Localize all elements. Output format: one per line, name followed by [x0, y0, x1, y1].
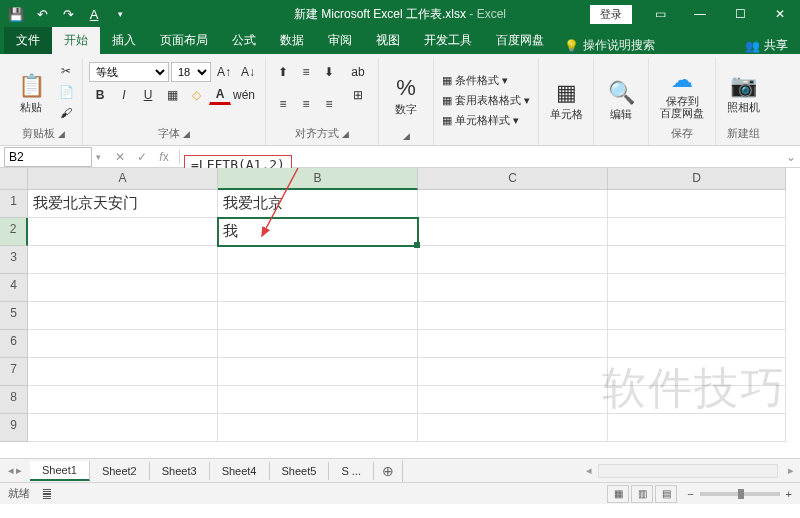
cell-C7[interactable] [418, 358, 608, 386]
tab-view[interactable]: 视图 [364, 27, 412, 54]
row-header[interactable]: 7 [0, 358, 28, 386]
cell-C8[interactable] [418, 386, 608, 414]
cell-B3[interactable] [218, 246, 418, 274]
cell-B5[interactable] [218, 302, 418, 330]
qat-dropdown-icon[interactable]: ▾ [110, 4, 130, 24]
tab-data[interactable]: 数据 [268, 27, 316, 54]
close-button[interactable]: ✕ [760, 0, 800, 28]
cell-D4[interactable] [608, 274, 786, 302]
cell-B2[interactable]: 我 [218, 218, 418, 246]
cell-C1[interactable] [418, 190, 608, 218]
decrease-font-icon[interactable]: A↓ [237, 62, 259, 82]
expand-formula-bar-icon[interactable]: ⌄ [782, 150, 800, 164]
dialog-launcher-icon[interactable]: ◢ [403, 131, 410, 141]
horizontal-scrollbar[interactable] [598, 464, 778, 478]
editing-button[interactable]: 🔍编辑 [600, 62, 642, 139]
tab-layout[interactable]: 页面布局 [148, 27, 220, 54]
tab-baidu[interactable]: 百度网盘 [484, 27, 556, 54]
zoom-in-icon[interactable]: + [786, 488, 792, 500]
cell-D3[interactable] [608, 246, 786, 274]
baidu-save-button[interactable]: ☁保存到百度网盘 [655, 62, 709, 124]
italic-button[interactable]: I [113, 85, 135, 105]
wrap-text-icon[interactable]: ab [344, 62, 372, 82]
maximize-button[interactable]: ☐ [720, 0, 760, 28]
cells-button[interactable]: ▦单元格 [545, 62, 587, 139]
cell-B8[interactable] [218, 386, 418, 414]
cell-C2[interactable] [418, 218, 608, 246]
align-left-icon[interactable]: ≡ [272, 94, 294, 114]
tab-review[interactable]: 审阅 [316, 27, 364, 54]
increase-font-icon[interactable]: A↑ [213, 62, 235, 82]
font-color-icon[interactable]: A [209, 85, 231, 105]
align-center-icon[interactable]: ≡ [295, 94, 317, 114]
conditional-format-button[interactable]: ▦条件格式 ▾ [440, 72, 532, 89]
cell-A9[interactable] [28, 414, 218, 442]
cancel-formula-icon[interactable]: ✕ [109, 150, 131, 164]
cell-C5[interactable] [418, 302, 608, 330]
redo-icon[interactable]: ↷ [58, 4, 78, 24]
align-top-icon[interactable]: ⬆ [272, 62, 294, 82]
format-table-button[interactable]: ▦套用表格格式 ▾ [440, 92, 532, 109]
sheet-tab[interactable]: Sheet1 [30, 461, 90, 481]
save-icon[interactable]: 💾 [6, 4, 26, 24]
row-header[interactable]: 6 [0, 330, 28, 358]
font-color-icon[interactable]: A [84, 4, 104, 24]
row-header[interactable]: 1 [0, 190, 28, 218]
row-header[interactable]: 4 [0, 274, 28, 302]
cell-C6[interactable] [418, 330, 608, 358]
cell-B9[interactable] [218, 414, 418, 442]
row-header[interactable]: 8 [0, 386, 28, 414]
cell-A7[interactable] [28, 358, 218, 386]
cell-D1[interactable] [608, 190, 786, 218]
formula-input[interactable]: =LEFTB(A1,2) [180, 155, 782, 159]
column-header[interactable]: D [608, 168, 786, 190]
view-page-break-icon[interactable]: ▤ [655, 485, 677, 503]
cell-A1[interactable]: 我爱北京天安门 [28, 190, 218, 218]
tab-home[interactable]: 开始 [52, 27, 100, 54]
font-size-select[interactable]: 18 [171, 62, 211, 82]
bold-button[interactable]: B [89, 85, 111, 105]
ribbon-options-icon[interactable]: ▭ [640, 0, 680, 28]
sheet-tab[interactable]: Sheet2 [90, 462, 150, 480]
merge-icon[interactable]: ⊞ [344, 85, 372, 105]
align-right-icon[interactable]: ≡ [318, 94, 340, 114]
new-sheet-button[interactable]: ⊕ [374, 460, 403, 482]
dialog-launcher-icon[interactable]: ◢ [342, 129, 349, 139]
copy-icon[interactable]: 📄 [56, 83, 76, 101]
cell-C4[interactable] [418, 274, 608, 302]
cell-C3[interactable] [418, 246, 608, 274]
sheet-nav-prev-icon[interactable]: ◂ [8, 464, 14, 477]
cell-D2[interactable] [608, 218, 786, 246]
cell-B6[interactable] [218, 330, 418, 358]
number-format-button[interactable]: %数字 [385, 62, 427, 129]
fx-icon[interactable]: fx [153, 150, 175, 164]
select-all-corner[interactable] [0, 168, 28, 190]
dialog-launcher-icon[interactable]: ◢ [58, 129, 65, 139]
sheet-tab[interactable]: Sheet3 [150, 462, 210, 480]
cell-A3[interactable] [28, 246, 218, 274]
dialog-launcher-icon[interactable]: ◢ [183, 129, 190, 139]
sheet-tab[interactable]: Sheet4 [210, 462, 270, 480]
zoom-slider[interactable] [700, 492, 780, 496]
cell-D6[interactable] [608, 330, 786, 358]
cell-D5[interactable] [608, 302, 786, 330]
sheet-nav-next-icon[interactable]: ▸ [16, 464, 22, 477]
format-painter-icon[interactable]: 🖌 [56, 104, 76, 122]
sheet-tab[interactable]: Sheet5 [270, 462, 330, 480]
cell-A5[interactable] [28, 302, 218, 330]
cell-A6[interactable] [28, 330, 218, 358]
worksheet-grid[interactable]: ABCD1我爱北京天安门我爱北京2我3456789 软件技巧 [0, 168, 800, 458]
cell-B1[interactable]: 我爱北京 [218, 190, 418, 218]
camera-button[interactable]: 📷照相机 [722, 62, 764, 124]
align-middle-icon[interactable]: ≡ [295, 62, 317, 82]
row-header[interactable]: 9 [0, 414, 28, 442]
cell-C9[interactable] [418, 414, 608, 442]
row-header[interactable]: 5 [0, 302, 28, 330]
paste-button[interactable]: 📋粘贴 [10, 62, 52, 124]
column-header[interactable]: C [418, 168, 608, 190]
zoom-out-icon[interactable]: − [687, 488, 693, 500]
tab-formula[interactable]: 公式 [220, 27, 268, 54]
login-button[interactable]: 登录 [590, 5, 632, 24]
row-header[interactable]: 2 [0, 218, 28, 246]
cut-icon[interactable]: ✂ [56, 62, 76, 80]
